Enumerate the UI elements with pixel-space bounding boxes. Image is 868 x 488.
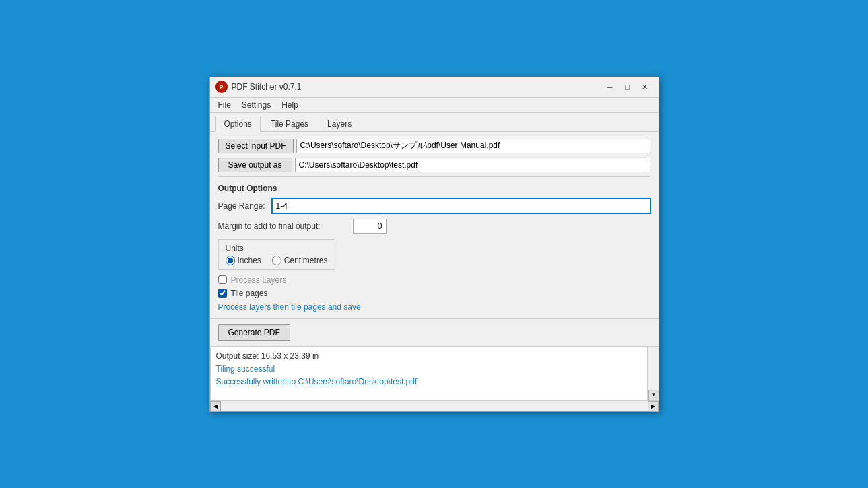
output-path-field[interactable] [295, 158, 650, 172]
menu-file[interactable]: File [213, 99, 236, 111]
menu-settings[interactable]: Settings [236, 99, 276, 111]
main-window: P PDF Stitcher v0.7.1 ─ □ ✕ File Setting… [209, 77, 659, 412]
radio-row: Inches Centimetres [226, 256, 328, 265]
radio-inches[interactable] [226, 256, 235, 265]
radio-inches-label[interactable]: Inches [226, 256, 261, 265]
minimize-button[interactable]: ─ [602, 80, 618, 94]
centimetres-label: Centimetres [284, 256, 328, 265]
tab-tile-pages[interactable]: Tile Pages [262, 116, 317, 131]
page-range-row: Page Range: [218, 199, 650, 213]
title-bar-controls: ─ □ ✕ [602, 80, 653, 94]
menu-help[interactable]: Help [276, 99, 304, 111]
save-output-button[interactable]: Save output as [218, 158, 292, 172]
tile-pages-label[interactable]: Tile pages [231, 289, 268, 298]
inches-label: Inches [238, 256, 261, 265]
tab-options[interactable]: Options [215, 116, 261, 132]
log-line-3: Successfully written to C:\Users\softaro… [216, 376, 634, 388]
margin-input[interactable] [353, 219, 387, 234]
vertical-scrollbar: ▼ [648, 347, 659, 400]
close-button[interactable]: ✕ [637, 80, 653, 94]
tab-bar: Options Tile Pages Layers [210, 113, 659, 132]
page-range-label: Page Range: [218, 201, 272, 211]
log-line-2: Tiling successful [216, 363, 634, 376]
units-box: Units Inches Centimetres [218, 239, 335, 270]
title-bar: P PDF Stitcher v0.7.1 ─ □ ✕ [210, 77, 659, 98]
units-label: Units [226, 244, 328, 253]
horizontal-scrollbar: ◀ ▶ [210, 400, 659, 411]
maximize-button[interactable]: □ [620, 80, 636, 94]
generate-pdf-button[interactable]: Generate PDF [218, 324, 290, 341]
content-area: Select input PDF Save output as Output O… [210, 132, 659, 318]
log-and-scroll: Output size: 16.53 x 23.39 in Tiling suc… [210, 347, 659, 400]
radio-centimetres[interactable] [272, 256, 281, 265]
process-layers-label[interactable]: Process Layers [231, 275, 287, 285]
output-row: Save output as [218, 158, 650, 172]
log-line-1: Output size: 16.53 x 23.39 in [216, 350, 634, 363]
process-layers-row: Process Layers [218, 275, 650, 285]
scroll-track [221, 401, 648, 411]
tile-pages-row: Tile pages [218, 289, 650, 298]
window-title: PDF Stitcher v0.7.1 [232, 82, 302, 92]
select-input-button[interactable]: Select input PDF [218, 139, 294, 153]
title-bar-left: P PDF Stitcher v0.7.1 [215, 81, 302, 93]
scroll-right-button[interactable]: ▶ [648, 401, 659, 412]
tile-pages-checkbox[interactable] [218, 289, 227, 298]
scroll-down-button[interactable]: ▼ [648, 390, 659, 400]
input-path-field[interactable] [296, 139, 650, 153]
output-options-title: Output Options [218, 184, 650, 193]
page-range-input[interactable] [272, 199, 650, 213]
margin-row: Margin to add to final output: [218, 219, 650, 234]
input-row: Select input PDF [218, 139, 650, 153]
menu-bar: File Settings Help [210, 98, 659, 113]
log-container: Output size: 16.53 x 23.39 in Tiling suc… [210, 346, 659, 411]
divider-1 [218, 176, 650, 177]
margin-label: Margin to add to final output: [218, 221, 353, 231]
scroll-left-button[interactable]: ◀ [210, 401, 221, 412]
status-description: Process layers then tile pages and save [218, 302, 650, 312]
tab-layers[interactable]: Layers [319, 116, 360, 131]
radio-centimetres-label[interactable]: Centimetres [272, 256, 328, 265]
app-icon: P [215, 81, 228, 93]
bottom-bar: Generate PDF [210, 318, 659, 346]
output-log: Output size: 16.53 x 23.39 in Tiling suc… [210, 347, 648, 400]
process-layers-checkbox[interactable] [218, 275, 227, 284]
